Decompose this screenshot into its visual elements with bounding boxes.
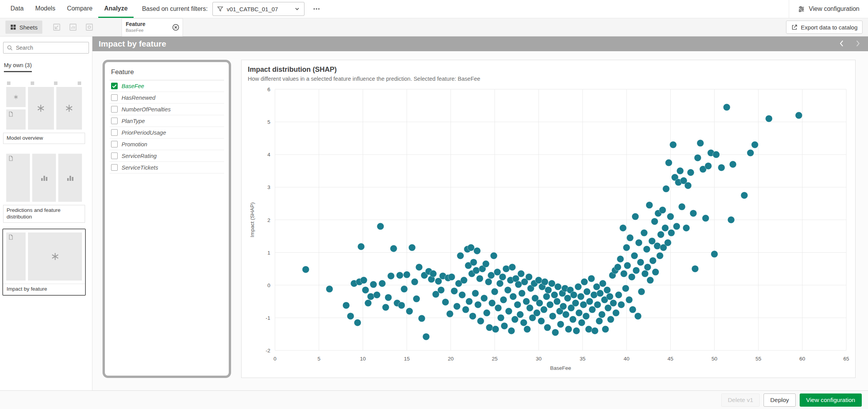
feature-row-servicerating[interactable]: ServiceRating — [110, 150, 224, 162]
filter-group: Based on current filters: v01_CATBC_01_0… — [142, 0, 324, 18]
svg-text:BaseFee: BaseFee — [550, 365, 571, 370]
thumbnail-kpi-strip — [6, 81, 82, 87]
feature-row-promotion[interactable]: Promotion — [110, 139, 224, 150]
previous-sheet-button[interactable] — [838, 39, 845, 49]
checkbox-unchecked[interactable] — [111, 129, 118, 136]
feature-row-priorperiodusage[interactable]: PriorPeriodUsage — [110, 127, 224, 139]
feature-row-basefee[interactable]: BaseFee — [110, 80, 224, 92]
checkbox-unchecked[interactable] — [111, 141, 118, 147]
svg-text:4: 4 — [267, 152, 270, 158]
snapshot-icon[interactable] — [85, 23, 94, 31]
sheet-card-predictions[interactable]: Predictions and feature distribution — [3, 151, 85, 223]
more-options-button[interactable] — [309, 4, 324, 14]
nav-tab-analyze[interactable]: Analyze — [98, 0, 133, 18]
sheet-card-label: Predictions and feature distribution — [3, 205, 85, 223]
export-button-label: Export data to catalog — [801, 24, 858, 31]
next-sheet-button[interactable] — [854, 39, 862, 49]
svg-text:6: 6 — [267, 87, 270, 92]
thumbnail-tile — [6, 154, 30, 202]
chart-options-icon[interactable] — [69, 23, 77, 31]
svg-text:5: 5 — [317, 356, 320, 362]
document-icon — [8, 155, 14, 161]
svg-text:-2: -2 — [266, 348, 270, 354]
main-nav: Data Models Compare Analyze — [0, 0, 134, 18]
sheet-card-impact-by-feature[interactable]: Impact by feature — [3, 229, 85, 295]
nav-tab-models[interactable]: Models — [30, 0, 61, 18]
model-version-value: v01_CATBC_01_07 — [227, 6, 291, 12]
delete-version-button[interactable]: Delete v1 — [721, 393, 760, 407]
model-version-dropdown[interactable]: v01_CATBC_01_07 — [212, 2, 304, 16]
sheets-toggle-button[interactable]: Sheets — [5, 21, 42, 34]
search-icon — [7, 45, 13, 51]
svg-text:5: 5 — [267, 119, 270, 125]
feature-label: NumberOfPenalties — [122, 106, 171, 113]
feature-label: ServiceRating — [122, 153, 157, 159]
open-sheet-tab-feature[interactable]: Feature BaseFee — [122, 18, 183, 36]
chart-star-icon — [64, 104, 74, 113]
export-data-button[interactable]: Export data to catalog — [786, 21, 863, 34]
nav-tab-compare-label: Compare — [67, 5, 92, 12]
sheets-sidebar: My own (3) — [0, 36, 92, 390]
sheet-thumbnail — [3, 151, 85, 205]
checkbox-unchecked[interactable] — [111, 106, 118, 113]
svg-text:40: 40 — [624, 356, 630, 362]
sheet-card-list: Model overview — [0, 78, 92, 295]
svg-text:25: 25 — [492, 356, 497, 362]
feature-label: PriorPeriodUsage — [122, 130, 166, 136]
nav-tab-analyze-label: Analyze — [104, 5, 127, 12]
svg-text:45: 45 — [668, 356, 673, 362]
chevron-left-icon — [838, 39, 845, 48]
view-configuration-top-button[interactable]: View configuration — [789, 0, 868, 18]
feature-row-servicetickets[interactable]: ServiceTickets — [110, 162, 224, 173]
shap-scatter-chart[interactable]: 05101520253035404550556065-2-10123456Bas… — [248, 85, 849, 370]
svg-text:0: 0 — [267, 282, 270, 288]
svg-text:Impact (SHAP): Impact (SHAP) — [249, 202, 255, 237]
toolbar-icon-group — [52, 23, 94, 31]
nav-tab-data-label: Data — [10, 5, 24, 12]
nav-tab-data[interactable]: Data — [5, 0, 30, 18]
checkbox-unchecked[interactable] — [111, 94, 118, 101]
view-configuration-top-label: View configuration — [809, 5, 859, 12]
thumbnail-tile — [56, 87, 82, 130]
thumbnail-tile — [28, 87, 54, 130]
svg-text:35: 35 — [580, 356, 586, 362]
insight-advisor-icon[interactable] — [52, 23, 61, 31]
sheet-header-bar: Impact by feature — [92, 36, 868, 51]
thumbnail-tile — [32, 154, 56, 202]
feature-row-plantype[interactable]: PlanType — [110, 115, 224, 127]
feature-label: BaseFee — [122, 83, 144, 89]
view-configuration-button[interactable]: View configuration — [800, 393, 862, 407]
svg-text:55: 55 — [755, 356, 761, 362]
svg-text:60: 60 — [799, 356, 805, 362]
chevron-right-icon — [854, 39, 861, 48]
svg-text:3: 3 — [267, 184, 270, 190]
checkbox-unchecked[interactable] — [111, 118, 118, 124]
sheet-thumbnail — [3, 78, 85, 133]
thumbnail-tile — [58, 154, 82, 202]
feature-row-hasrenewed[interactable]: HasRenewed — [110, 92, 224, 104]
thumbnail-tile — [6, 109, 26, 130]
thumbnail-tile — [28, 232, 82, 281]
nav-tab-compare[interactable]: Compare — [61, 0, 98, 18]
checkbox-unchecked[interactable] — [111, 153, 118, 159]
chevron-down-icon — [294, 6, 300, 12]
sheet-card-model-overview[interactable]: Model overview — [3, 78, 85, 144]
chart-star-icon — [13, 94, 19, 100]
tab-subtitle: BaseFee — [126, 28, 179, 33]
ellipsis-icon — [312, 5, 321, 13]
sheet-search[interactable] — [3, 42, 89, 54]
feature-label: ServiceTickets — [122, 165, 158, 171]
filter-label: Based on current filters: — [142, 5, 208, 12]
feature-filter-panel: Feature BaseFeeHasRenewedNumberOfPenalti… — [103, 60, 231, 378]
checkbox-unchecked[interactable] — [111, 164, 118, 171]
checkbox-checked[interactable] — [111, 83, 118, 89]
top-navigation-bar: Data Models Compare Analyze Based on cur… — [0, 0, 868, 18]
deploy-button[interactable]: Deploy — [764, 393, 795, 407]
search-input[interactable] — [15, 44, 85, 51]
close-tab-button[interactable] — [172, 24, 179, 31]
sidebar-section-my-own[interactable]: My own (3) — [4, 62, 32, 72]
feature-panel-title: Feature — [111, 68, 224, 76]
action-footer: Delete v1 Deploy View configuration — [0, 390, 868, 409]
feature-row-numberofpenalties[interactable]: NumberOfPenalties — [110, 104, 224, 115]
close-icon — [172, 24, 179, 31]
